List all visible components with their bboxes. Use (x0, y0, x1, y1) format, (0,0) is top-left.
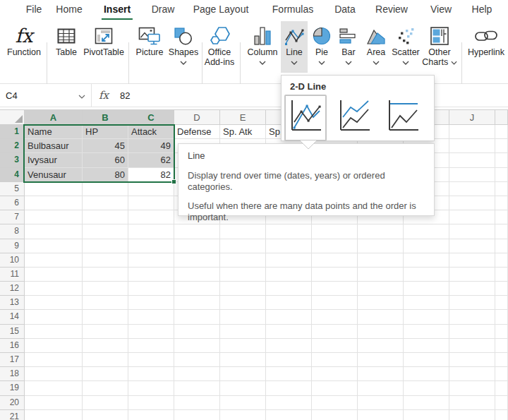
cell-H11[interactable] (358, 268, 404, 282)
option-stacked-line-chart[interactable] (333, 95, 375, 141)
cell-E11[interactable] (220, 268, 266, 282)
cell-A15[interactable] (25, 325, 83, 339)
column-header-D[interactable]: D (174, 110, 220, 125)
menu-tab-formulas[interactable]: Formulas (270, 4, 315, 18)
line-chart-button[interactable]: Line (281, 21, 308, 73)
cell-A13[interactable] (25, 296, 83, 310)
row-header-2[interactable]: 2 (0, 139, 25, 153)
cell-A6[interactable] (25, 196, 83, 210)
cell-B6[interactable] (83, 196, 128, 210)
cell-H10[interactable] (358, 253, 404, 268)
cell-C20[interactable] (128, 396, 174, 410)
cell-F17[interactable] (266, 353, 312, 367)
cell-B13[interactable] (83, 296, 128, 310)
row-header-15[interactable]: 15 (0, 325, 25, 339)
select-all-corner[interactable] (0, 110, 25, 125)
cell-A1[interactable]: Name (25, 125, 83, 139)
cell-F8[interactable] (266, 224, 312, 239)
cell-F14[interactable] (266, 310, 312, 324)
cell-D11[interactable] (174, 268, 220, 282)
cell-J19[interactable] (449, 381, 495, 395)
cell-I9[interactable] (404, 239, 449, 253)
cell-C18[interactable] (128, 367, 174, 381)
cell-C15[interactable] (128, 325, 174, 339)
cell-partial[interactable] (495, 367, 508, 381)
menu-tab-review[interactable]: Review (373, 4, 410, 18)
cell-I21[interactable] (404, 410, 449, 420)
cell-H13[interactable] (358, 296, 404, 310)
cell-D10[interactable] (174, 253, 220, 268)
menu-tab-insert[interactable]: Insert (102, 4, 133, 20)
cell-A8[interactable] (25, 224, 83, 239)
cell-G21[interactable] (312, 410, 358, 420)
cell-B7[interactable] (83, 210, 128, 224)
cell-F10[interactable] (266, 253, 312, 268)
cell-J6[interactable] (449, 196, 495, 210)
row-header-17[interactable]: 17 (0, 353, 25, 367)
cell-C1[interactable]: Attack (128, 125, 174, 139)
cell-E20[interactable] (220, 396, 266, 410)
cell-F11[interactable] (266, 268, 312, 282)
option-100-stacked-line-chart[interactable] (382, 95, 424, 141)
cell-J20[interactable] (449, 396, 495, 410)
cell-I20[interactable] (404, 396, 449, 410)
cell-C8[interactable] (128, 224, 174, 239)
menu-tab-help[interactable]: Help (470, 4, 495, 18)
cell-F15[interactable] (266, 325, 312, 339)
cell-F19[interactable] (266, 381, 312, 395)
cell-E13[interactable] (220, 296, 266, 310)
cell-H19[interactable] (358, 381, 404, 395)
insert-function-icon[interactable]: fx (92, 84, 116, 107)
cell-B15[interactable] (83, 325, 128, 339)
shapes-button[interactable]: Shapes (167, 21, 200, 73)
cell-D15[interactable] (174, 325, 220, 339)
cell-F18[interactable] (266, 367, 312, 381)
cell-J12[interactable] (449, 282, 495, 296)
hyperlink-button[interactable]: Hyperlink (466, 21, 507, 73)
cell-G9[interactable] (312, 239, 358, 253)
cell-partial[interactable] (495, 325, 508, 339)
cell-J18[interactable] (449, 367, 495, 381)
cell-partial[interactable] (495, 339, 508, 353)
cell-C19[interactable] (128, 381, 174, 395)
cell-B17[interactable] (83, 353, 128, 367)
cell-E12[interactable] (220, 282, 266, 296)
cell-E16[interactable] (220, 339, 266, 353)
cell-D14[interactable] (174, 310, 220, 324)
cell-G17[interactable] (312, 353, 358, 367)
cell-I16[interactable] (404, 339, 449, 353)
cell-A4[interactable]: Venusaur (25, 168, 83, 182)
cell-D18[interactable] (174, 367, 220, 381)
cell-G20[interactable] (312, 396, 358, 410)
cell-B10[interactable] (83, 253, 128, 268)
cell-D17[interactable] (174, 353, 220, 367)
menu-tab-data[interactable]: Data (332, 4, 358, 18)
row-header-9[interactable]: 9 (0, 239, 25, 253)
cell-A2[interactable]: Bulbasaur (25, 139, 83, 153)
cell-H8[interactable] (358, 224, 404, 239)
cell-A19[interactable] (25, 381, 83, 395)
cell-partial[interactable] (495, 282, 508, 296)
cell-J1[interactable] (449, 125, 495, 139)
cell-A3[interactable]: Ivysaur (25, 153, 83, 167)
function-button[interactable]: fx Function (4, 21, 44, 73)
cell-A21[interactable] (25, 410, 83, 420)
cell-F20[interactable] (266, 396, 312, 410)
row-header-14[interactable]: 14 (0, 310, 25, 324)
cell-B4[interactable]: 80 (83, 168, 128, 182)
cell-E18[interactable] (220, 367, 266, 381)
menu-tab-view[interactable]: View (428, 4, 454, 18)
cell-partial[interactable] (495, 168, 508, 182)
column-header-C[interactable]: C (128, 110, 174, 125)
row-header-11[interactable]: 11 (0, 268, 25, 282)
cell-J10[interactable] (449, 253, 495, 268)
cell-C16[interactable] (128, 339, 174, 353)
cell-I18[interactable] (404, 367, 449, 381)
name-box[interactable]: C4 (0, 84, 92, 107)
cell-C9[interactable] (128, 239, 174, 253)
cell-D19[interactable] (174, 381, 220, 395)
cell-C7[interactable] (128, 210, 174, 224)
cell-H18[interactable] (358, 367, 404, 381)
cell-H21[interactable] (358, 410, 404, 420)
cell-C11[interactable] (128, 268, 174, 282)
